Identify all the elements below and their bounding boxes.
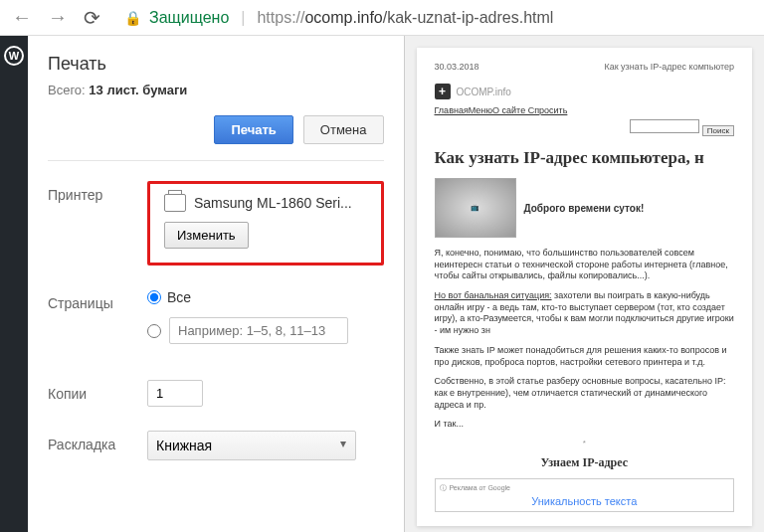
url-field[interactable]: https://ocomp.info/kak-uznat-ip-adres.ht…: [257, 9, 553, 27]
pages-custom-radio[interactable]: [147, 324, 161, 338]
layout-select[interactable]: Книжная: [147, 431, 356, 460]
print-button[interactable]: Печать: [214, 115, 292, 144]
preview-search-box: [630, 119, 699, 133]
preview-p2: Но вот банальная ситуация: захотели вы п…: [435, 290, 735, 337]
preview-subtitle: Узнаем IP-адрес: [435, 455, 735, 470]
preview-p1: Я, конечно, понимаю, что большинство пол…: [435, 248, 735, 282]
url-divider: |: [241, 9, 245, 27]
preview-header-right: Как узнать IP-адрес компьютер: [604, 62, 734, 72]
secure-label: Защищено: [149, 9, 229, 27]
printer-icon: [164, 194, 186, 212]
preview-p3: Также знать IP может понадобиться для ре…: [435, 345, 735, 368]
print-dialog: Печать Всего: 13 лист. бумаги Печать Отм…: [28, 36, 405, 532]
copies-label: Копии: [48, 380, 147, 402]
pages-range-input[interactable]: [169, 317, 348, 344]
lock-icon: 🔒: [124, 10, 141, 26]
print-title: Печать: [48, 54, 384, 75]
preview-image: 📺: [435, 178, 516, 238]
pages-all-text: Все: [167, 289, 191, 305]
forward-button[interactable]: →: [44, 6, 72, 29]
preview-greeting: Доброго времени суток!: [524, 203, 645, 214]
preview-p5: И так...: [435, 419, 735, 431]
printer-name: Samsung ML-1860 Seri...: [194, 195, 352, 211]
printer-destination-highlight: Samsung ML-1860 Seri... Изменить: [147, 181, 384, 266]
sheet-count: Всего: 13 лист. бумаги: [48, 83, 384, 97]
print-preview: 30.03.2018 Как узнать IP-адрес компьютер…: [405, 36, 765, 532]
reload-button[interactable]: ⟳: [80, 6, 104, 30]
pages-label: Страницы: [48, 289, 147, 311]
preview-search-btn: Поиск: [702, 125, 734, 136]
layout-label: Раскладка: [48, 431, 147, 452]
preview-date: 30.03.2018: [435, 62, 479, 72]
preview-title: Как узнать IP-адрес компьютера, н: [435, 148, 735, 168]
site-logo-text: OCOMP.info: [457, 87, 511, 97]
back-button[interactable]: ←: [8, 6, 36, 29]
printer-label: Принтер: [48, 181, 147, 203]
wordpress-icon[interactable]: W: [4, 46, 24, 66]
preview-page: 30.03.2018 Как узнать IP-адрес компьютер…: [417, 48, 753, 526]
change-printer-button[interactable]: Изменить: [164, 222, 249, 249]
pages-all-radio[interactable]: [147, 290, 161, 304]
preview-nav: ГлавнаяМенюО сайте Спросить: [435, 105, 735, 115]
wordpress-admin-bar: W: [0, 36, 28, 532]
preview-ad: ⓘРеклама от Google Уникальность текста: [435, 478, 735, 512]
copies-input[interactable]: [147, 380, 203, 407]
site-logo-icon: +: [435, 84, 451, 99]
browser-address-bar: ← → ⟳ 🔒 Защищено | https://ocomp.info/ka…: [0, 0, 764, 36]
preview-p4: Собственно, в этой статье разберу основн…: [435, 376, 735, 411]
cancel-button[interactable]: Отмена: [303, 115, 384, 144]
preview-star: *: [435, 439, 735, 447]
